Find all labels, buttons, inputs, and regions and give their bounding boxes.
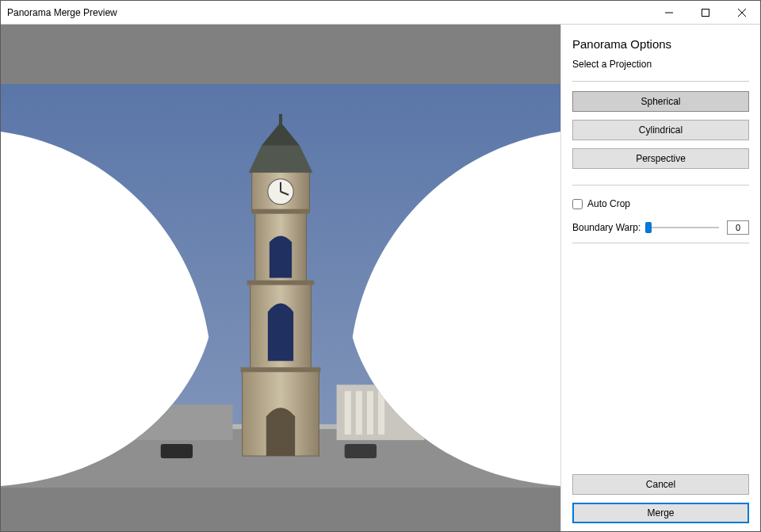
preview-pane: [1, 25, 560, 531]
boundary-warp-label: Boundary Warp:: [572, 222, 641, 233]
svg-rect-1: [702, 9, 709, 16]
app-window: Panorama Merge Preview: [0, 0, 761, 532]
svg-rect-28: [252, 209, 310, 214]
panorama-image: [1, 84, 560, 488]
letterbox-top: [1, 25, 560, 84]
svg-rect-15: [345, 444, 377, 458]
boundary-warp-row: Boundary Warp: 0: [572, 220, 749, 235]
slider-track: [648, 227, 719, 228]
svg-rect-25: [279, 114, 282, 124]
svg-rect-10: [345, 391, 351, 434]
svg-rect-27: [247, 281, 315, 285]
minimize-button[interactable]: [651, 1, 687, 24]
window-title: Panorama Merge Preview: [7, 7, 651, 18]
window-controls: [651, 1, 760, 24]
divider: [572, 185, 749, 186]
projection-spherical-button[interactable]: Spherical: [572, 91, 749, 112]
panel-heading: Panorama Options: [572, 37, 749, 51]
titlebar: Panorama Merge Preview: [1, 1, 760, 25]
close-button[interactable]: [724, 1, 760, 24]
maximize-button[interactable]: [687, 1, 724, 24]
panel-spacer: [572, 253, 749, 466]
projection-label: Select a Projection: [572, 59, 749, 70]
letterbox-bottom: [1, 488, 560, 531]
close-icon: [738, 9, 746, 17]
divider: [572, 243, 749, 243]
projection-cylindrical-button[interactable]: Cylindrical: [572, 120, 749, 140]
merge-button[interactable]: Merge: [572, 503, 749, 523]
divider: [572, 81, 749, 82]
boundary-warp-value[interactable]: 0: [727, 220, 749, 235]
svg-rect-11: [356, 391, 362, 434]
boundary-warp-slider[interactable]: [645, 220, 722, 235]
options-panel: Panorama Options Select a Projection Sph…: [560, 25, 760, 531]
preview-canvas: [1, 25, 560, 531]
minimize-icon: [665, 9, 673, 17]
slider-thumb[interactable]: [645, 222, 652, 233]
content-area: Panorama Options Select a Projection Sph…: [1, 25, 760, 531]
svg-rect-14: [161, 444, 193, 458]
auto-crop-label: Auto Crop: [587, 198, 630, 209]
auto-crop-row[interactable]: Auto Crop: [572, 198, 749, 209]
maximize-icon: [702, 9, 709, 17]
projection-perspective-button[interactable]: Perspective: [572, 148, 749, 169]
svg-rect-12: [367, 391, 373, 434]
svg-rect-26: [241, 367, 321, 372]
auto-crop-checkbox[interactable]: [572, 199, 583, 209]
cancel-button[interactable]: Cancel: [572, 474, 749, 495]
